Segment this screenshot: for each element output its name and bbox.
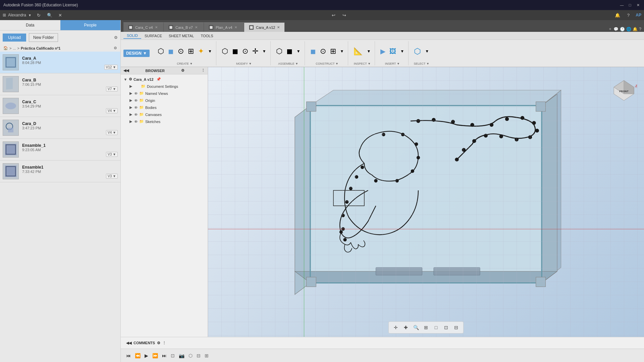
file-list-item[interactable]: Cara_A 8:04:28 PM V12 ▼ <box>0 52 120 73</box>
settings-gear-icon[interactable]: ⚙ <box>114 35 118 40</box>
refresh-icon[interactable]: ↻ <box>36 12 42 18</box>
comments-settings-icon[interactable]: ⚙ <box>157 341 160 345</box>
view-cube-icon[interactable]: □ <box>432 323 440 332</box>
construct-plane-button[interactable]: ◼ <box>309 47 317 56</box>
inspect-more-button[interactable]: ▼ <box>365 48 372 54</box>
browser-collapse-icon[interactable]: ◀◀ <box>123 68 129 73</box>
browser-root-item[interactable]: ▼ ⚙ Cara_A v12 📌 <box>121 76 208 83</box>
design-dropdown[interactable]: DESIGN ▼ <box>123 50 150 57</box>
tab-people[interactable]: People <box>60 20 121 30</box>
visibility-icon[interactable]: 👁 <box>134 120 138 124</box>
root-pin-icon[interactable]: 📌 <box>156 77 161 81</box>
timeline-play-icon[interactable]: ▶ <box>145 353 148 358</box>
viewport[interactable]: FRONT Z TOP ✛ ✚ 🔍 ⊞ □ ⊡ ⊟ <box>208 67 644 337</box>
display-settings-icon[interactable]: ⊡ <box>442 323 450 332</box>
file-list-item[interactable]: Cara_C 3:54:29 PM V4 ▼ <box>0 95 120 117</box>
select-more-button[interactable]: ▼ <box>424 48 430 54</box>
construct-point-button[interactable]: ⊞ <box>329 46 337 56</box>
create-sweep-button[interactable]: ⊞ <box>186 46 195 56</box>
select-button[interactable]: ⬡ <box>413 46 422 57</box>
visibility-icon[interactable]: 👁 <box>134 106 138 110</box>
modify-more-button[interactable]: ▼ <box>261 48 268 54</box>
document-tab[interactable]: 🔲 Cara_B v7 ✕ <box>164 22 204 32</box>
timeline-prev-icon[interactable]: ⏪ <box>135 353 141 358</box>
redo-icon[interactable]: ↪ <box>341 12 348 18</box>
modify-fillet-button[interactable]: ⬡ <box>220 46 229 56</box>
breadcrumb-settings-icon[interactable]: ⚙ <box>114 46 117 50</box>
construct-axis-button[interactable]: ⊙ <box>319 46 327 56</box>
new-folder-button[interactable]: New Folder <box>29 33 58 42</box>
modify-shell-button[interactable]: ⊙ <box>241 46 250 56</box>
globe-icon[interactable]: 🌐 <box>626 27 631 32</box>
browser-tree-item[interactable]: ▶ 👁 📁 Origin <box>121 97 208 104</box>
orbit-icon[interactable]: ✛ <box>391 323 400 332</box>
browser-tree-item[interactable]: ▶ 👁 📁 Bodies <box>121 104 208 111</box>
create-revolve-button[interactable]: ⊙ <box>176 46 185 56</box>
assemble-joint-button[interactable]: ⬡ <box>275 46 284 56</box>
render-settings-icon[interactable]: ⊟ <box>452 323 461 332</box>
ribbon-menu-solid[interactable]: SOLID <box>123 33 141 39</box>
chevron-down-icon[interactable]: ▼ <box>28 13 32 17</box>
fit-icon[interactable]: ⊞ <box>422 323 430 332</box>
timeline-settings-icon[interactable]: ⊟ <box>197 353 201 358</box>
timeline-step-icon[interactable]: 📷 <box>179 353 184 358</box>
notification-icon[interactable]: 🔔 <box>614 12 621 18</box>
nav-cube[interactable]: FRONT Z TOP <box>610 74 637 101</box>
tab-close-icon[interactable]: ✕ <box>155 25 158 29</box>
browser-tree-item[interactable]: ▶ 👁 📁 Canvases <box>121 111 208 118</box>
file-list-item[interactable]: Ensamble1 7:33:42 PM V3 ▼ <box>0 161 120 182</box>
zoom-icon[interactable]: 🔍 <box>412 323 420 332</box>
insert-derive-button[interactable]: ▶ <box>379 47 387 56</box>
ribbon-menu-tools[interactable]: TOOLS <box>197 33 216 39</box>
undo-icon[interactable]: ↩ <box>330 12 337 18</box>
timeline-filter-icon[interactable]: ⬡ <box>189 353 193 358</box>
timeline-start-icon[interactable]: ⏮ <box>126 353 131 358</box>
document-tab[interactable]: 🔲 Cara_C v4 ✕ <box>123 22 164 32</box>
tab-close-icon[interactable]: ✕ <box>277 25 280 29</box>
username-label[interactable]: Alexandra <box>8 13 26 17</box>
visibility-icon[interactable]: 👁 <box>134 113 138 117</box>
browser-tree-item[interactable]: ▶ 📁 Document Settings <box>121 83 208 90</box>
comments-more-icon[interactable]: ⋮ <box>162 341 166 345</box>
timeline-select-icon[interactable]: ⊡ <box>171 353 175 358</box>
document-tab[interactable]: 🔲 Cara_A v12 ✕ <box>244 22 285 32</box>
document-tab[interactable]: 🔲 Plan_A v4 ✕ <box>204 22 244 32</box>
insert-more-button[interactable]: ▼ <box>399 48 406 54</box>
timeline-next-icon[interactable]: ⏩ <box>152 353 158 358</box>
construct-more-button[interactable]: ▼ <box>339 48 345 54</box>
timeline-more-icon[interactable]: ⊞ <box>205 353 209 358</box>
pan-icon[interactable]: ✚ <box>401 323 410 332</box>
browser-more-icon[interactable]: ⋮ <box>201 68 205 73</box>
bell-icon[interactable]: 🔔 <box>633 27 638 32</box>
visibility-icon[interactable]: 👁 <box>134 99 138 103</box>
create-extrude-button[interactable]: ◼ <box>167 47 175 56</box>
browser-tree-item[interactable]: ▶ 👁 📁 Named Views <box>121 90 208 97</box>
help-icon[interactable]: ? <box>625 12 632 18</box>
browser-settings-icon[interactable]: ⚙ <box>181 68 184 73</box>
new-tab-icon[interactable]: ＋ <box>608 26 612 32</box>
upload-button[interactable]: Upload <box>3 34 26 42</box>
file-list-item[interactable]: Cara_B 7:06:15 PM V7 ▼ <box>0 73 120 95</box>
tab-close-icon[interactable]: ✕ <box>234 25 237 29</box>
help-ribbon-icon[interactable]: ? <box>639 27 641 32</box>
ribbon-menu-surface[interactable]: SURFACE <box>141 33 165 39</box>
clock-icon[interactable]: 🕐 <box>620 27 625 32</box>
browser-tree-item[interactable]: ▶ 👁 📁 Sketches <box>121 118 208 125</box>
tab-close-icon[interactable]: ✕ <box>195 25 198 29</box>
insert-canvas-button[interactable]: 🖼 <box>388 47 397 56</box>
file-list-item[interactable]: Ensamble_1 9:23:05 AM V3 ▼ <box>0 139 120 161</box>
comments-collapse-icon[interactable]: ◀◀ <box>126 341 131 345</box>
close-icon[interactable]: ✕ <box>57 12 64 18</box>
visibility-icon[interactable]: 👁 <box>134 92 138 96</box>
create-more-button[interactable]: ▼ <box>207 48 213 54</box>
chat-icon[interactable]: 💬 <box>613 27 619 32</box>
modify-chamfer-button[interactable]: ◼ <box>231 46 239 56</box>
assemble-motion-button[interactable]: ◼ <box>285 46 294 56</box>
timeline-end-icon[interactable]: ⏭ <box>162 353 167 358</box>
inspect-measure-button[interactable]: 📐 <box>352 46 364 56</box>
create-loft-button[interactable]: ✦ <box>197 46 205 56</box>
ribbon-menu-sheet-metal[interactable]: SHEET METAL <box>165 33 197 39</box>
assemble-more-button[interactable]: ▼ <box>295 48 302 54</box>
home-icon[interactable]: 🏠 <box>3 46 8 50</box>
close-button[interactable]: ✕ <box>635 2 641 8</box>
